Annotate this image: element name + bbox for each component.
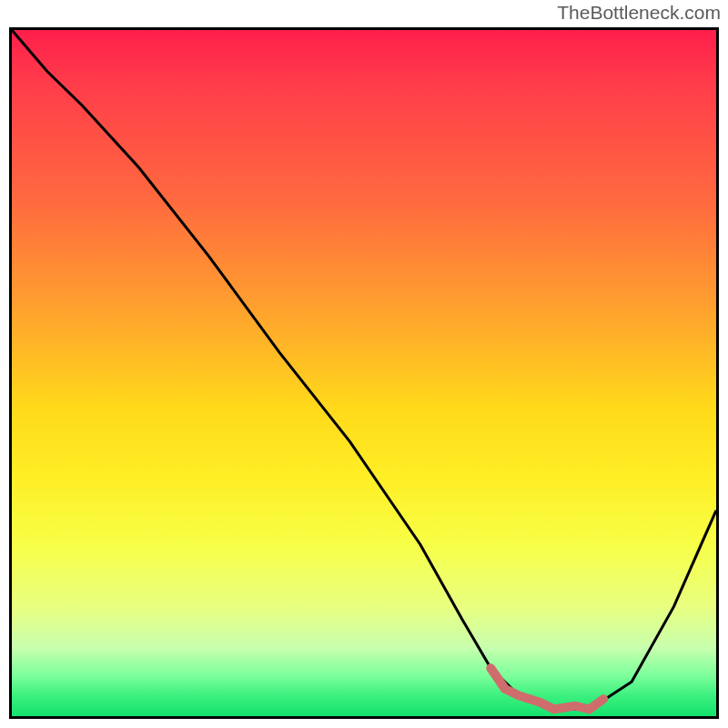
chart-stage: TheBottleneck.com — [0, 0, 728, 728]
bottleneck-curve — [12, 30, 716, 709]
plot-frame — [9, 27, 719, 719]
curve-layer — [12, 30, 716, 716]
bottleneck-curve-optimal-segment — [490, 668, 603, 709]
watermark-text: TheBottleneck.com — [557, 2, 721, 24]
